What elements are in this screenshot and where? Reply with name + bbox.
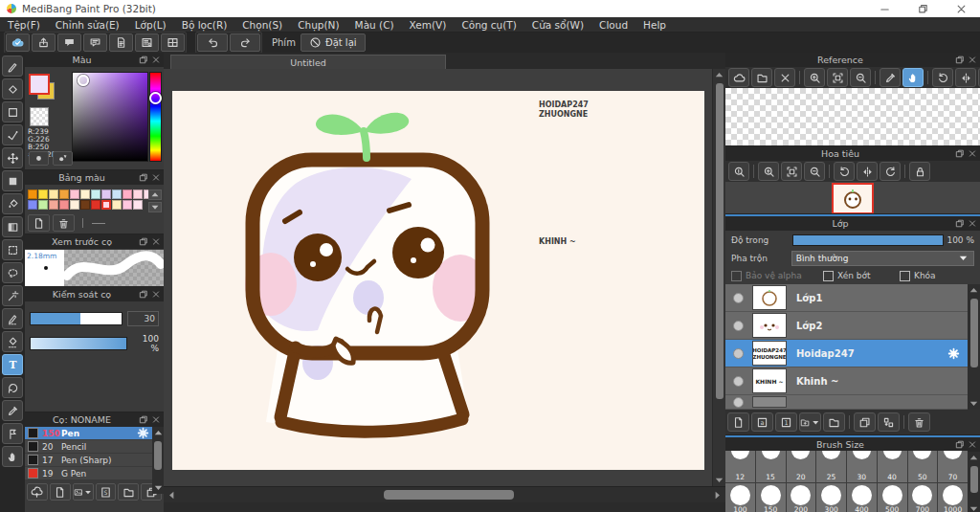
- tool-text[interactable]: T: [2, 354, 23, 375]
- brush-size-option-500[interactable]: 500: [878, 483, 907, 512]
- layer-scrollbar[interactable]: [968, 284, 980, 410]
- brush-size-option-150[interactable]: 150: [756, 483, 786, 512]
- menu-item-7[interactable]: Màu (C): [347, 19, 402, 31]
- layer-visibility-icon[interactable]: [733, 397, 744, 408]
- palette-swatch[interactable]: [59, 189, 69, 199]
- brush-size-option-100[interactable]: 100: [725, 483, 755, 512]
- navigator-content[interactable]: [725, 182, 980, 213]
- brush-size-scrollbar[interactable]: [968, 452, 980, 512]
- menu-item-11[interactable]: Cloud: [591, 19, 635, 31]
- palette-newdoc-button[interactable]: [28, 214, 50, 232]
- tool-rectangle[interactable]: [2, 101, 23, 122]
- canvas-viewport[interactable]: HOIDAP247 ZHUONGNE KHINH ~: [164, 69, 725, 486]
- scroll-down-icon[interactable]: [148, 202, 162, 212]
- tool-rotate-view[interactable]: [2, 377, 23, 398]
- close-button[interactable]: [774, 68, 795, 87]
- saturation-value-picker[interactable]: [72, 72, 148, 162]
- eyedropper-button[interactable]: [880, 68, 901, 87]
- close-icon[interactable]: [968, 56, 977, 65]
- tool-divide[interactable]: [2, 423, 23, 444]
- lock-button[interactable]: [909, 162, 930, 181]
- popup-icon[interactable]: [139, 237, 148, 247]
- zoom-in-button[interactable]: [804, 68, 825, 87]
- brush-newdoc-button[interactable]: [50, 483, 71, 501]
- canvas-vertical-scrollbar[interactable]: [712, 69, 725, 486]
- canvas-sheet[interactable]: HOIDAP247 ZHUONGNE KHINH ~: [172, 91, 704, 470]
- layer-trash-button[interactable]: [908, 412, 930, 432]
- menu-item-9[interactable]: Công cụ(T): [454, 19, 523, 31]
- alpha-protect-checkbox[interactable]: Bảo vệ alpha: [731, 271, 823, 281]
- palette-swatch[interactable]: [28, 189, 37, 199]
- brush-size-option-40[interactable]: 40: [878, 451, 907, 482]
- navigator-thumbnail[interactable]: [832, 183, 874, 214]
- layer-settings-gear-icon[interactable]: [947, 347, 960, 360]
- layer-row-partial[interactable]: [725, 395, 968, 410]
- popup-icon[interactable]: [139, 290, 148, 300]
- layer-opacity-slider[interactable]: [792, 234, 944, 246]
- cloud-check-button[interactable]: [6, 33, 30, 52]
- palette-swatch[interactable]: [122, 189, 132, 199]
- rot-ccw-button[interactable]: [834, 162, 855, 181]
- layer-newdoc-button[interactable]: [727, 412, 749, 432]
- brush-size-option-50[interactable]: 50: [908, 451, 938, 482]
- close-icon[interactable]: [968, 440, 977, 450]
- popup-icon[interactable]: [955, 440, 965, 450]
- restore-button[interactable]: [903, 0, 942, 17]
- tool-gradient[interactable]: [2, 216, 23, 237]
- scroll-right-icon[interactable]: [711, 489, 724, 501]
- brush-size-option-70[interactable]: 70: [938, 451, 968, 482]
- brush-size-option-15[interactable]: 15: [756, 451, 786, 482]
- palette-swatch[interactable]: [38, 189, 48, 199]
- tool-hand[interactable]: [2, 446, 23, 467]
- brush-cloud-up-button[interactable]: [27, 483, 48, 501]
- palette-swatch[interactable]: [133, 200, 143, 210]
- popup-icon[interactable]: [955, 149, 965, 159]
- scroll-thumb[interactable]: [970, 299, 978, 367]
- scroll-thumb[interactable]: [384, 490, 514, 500]
- brush-size-option-12[interactable]: 12: [725, 451, 755, 482]
- scroll-down-icon[interactable]: [713, 474, 725, 486]
- color-mode-button[interactable]: [29, 151, 49, 166]
- layer-layer-1-button[interactable]: 1: [775, 412, 797, 432]
- brush-row-pen[interactable]: 150Pen: [25, 427, 152, 440]
- palette-swatch[interactable]: [38, 200, 48, 210]
- tool-bucket[interactable]: [2, 193, 23, 214]
- doc-button[interactable]: [109, 33, 133, 52]
- palette-swatch[interactable]: [133, 189, 143, 199]
- clipping-checkbox[interactable]: Xén bớt: [823, 271, 900, 281]
- scroll-down-icon[interactable]: [968, 397, 980, 410]
- lock-checkbox[interactable]: Khóa: [900, 271, 936, 281]
- popup-icon[interactable]: [955, 56, 965, 65]
- brush-folder-button[interactable]: [118, 483, 139, 501]
- list-button[interactable]: [135, 33, 159, 52]
- brush-opacity-slider[interactable]: [30, 337, 127, 350]
- scroll-thumb[interactable]: [970, 466, 978, 493]
- menu-item-5[interactable]: Chọn(S): [234, 19, 290, 31]
- minimize-button[interactable]: [865, 0, 903, 17]
- brush-size-option-400[interactable]: 400: [847, 483, 877, 512]
- scroll-thumb[interactable]: [716, 83, 724, 399]
- foreground-color-swatch[interactable]: [29, 74, 50, 95]
- scroll-up-icon[interactable]: [968, 452, 980, 464]
- scroll-up-icon[interactable]: [968, 284, 980, 297]
- hue-slider[interactable]: [149, 72, 162, 162]
- popup-icon[interactable]: [139, 56, 148, 65]
- popup-icon[interactable]: [139, 415, 148, 425]
- zoom-in-button[interactable]: [758, 162, 779, 181]
- undo-button[interactable]: [197, 33, 228, 52]
- grid-button[interactable]: [161, 33, 185, 52]
- tool-select[interactable]: [2, 239, 23, 260]
- reset-button[interactable]: Đặt lại: [301, 33, 366, 52]
- brush-list-scrollbar[interactable]: [152, 427, 164, 494]
- palette-trash-button[interactable]: [53, 214, 75, 232]
- blend-mode-dropdown[interactable]: Bình thường: [791, 251, 974, 266]
- tool-brush[interactable]: [2, 56, 23, 77]
- zoom-out-button[interactable]: [804, 162, 825, 181]
- tool-eyedropper[interactable]: [2, 400, 23, 421]
- tool-select-pen[interactable]: [2, 308, 23, 329]
- redo-button[interactable]: [230, 33, 260, 52]
- palette-swatch[interactable]: [91, 200, 100, 210]
- menu-item-4[interactable]: Bộ lọc(R): [174, 19, 235, 31]
- tool-shape-fill[interactable]: [2, 170, 23, 191]
- zoom-out-button[interactable]: [850, 68, 871, 87]
